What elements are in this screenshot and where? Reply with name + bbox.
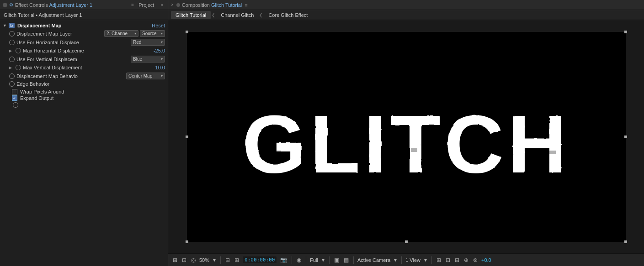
svg-rect-8 — [411, 148, 417, 152]
checkbox-wrap[interactable] — [12, 89, 17, 94]
dropdown-displacement-layer-type[interactable]: Source ▾ — [140, 30, 165, 37]
checkbox-expand[interactable]: ✓ — [12, 95, 17, 101]
project-tab[interactable]: Project — [134, 0, 159, 10]
label-displacement-map-layer: Displacement Map Layer — [16, 31, 102, 37]
camera-label: Active Camera — [357, 257, 390, 263]
stopwatch-displacement-layer[interactable] — [9, 31, 15, 37]
dd-arrow: ▾ — [134, 31, 136, 36]
label-use-horizontal: Use For Horizontal Displace — [16, 40, 129, 45]
label-edge-behavior: Edge Behavior — [16, 81, 165, 87]
stopwatch-extra[interactable] — [13, 102, 18, 108]
left-panel: ▼ fx Displacement Map Reset Displacement… — [0, 20, 168, 266]
handle-top-right[interactable] — [624, 31, 627, 33]
view-dropdown-arrow[interactable]: ▾ — [423, 256, 428, 264]
view-label: 1 View — [405, 257, 420, 263]
quality-label: Full — [310, 257, 318, 263]
dd-arrow-2: ▾ — [161, 31, 163, 36]
dropdown-use-vertical[interactable]: Blue ▾ — [131, 56, 165, 63]
right-panel-header: × Composition Glitch Tutorial ≡ — [168, 0, 644, 10]
checkbox-row-expand: ✓ Expand Output — [0, 95, 168, 101]
camera-icon[interactable]: 📷 — [279, 256, 288, 264]
handle-bottom-left[interactable] — [186, 240, 188, 243]
region-icon[interactable]: ⊞ — [234, 256, 240, 264]
tab-core-glitch[interactable]: Core Glitch Effect — [264, 11, 312, 19]
svg-rect-5 — [516, 107, 526, 110]
expand-button[interactable]: » — [159, 2, 165, 7]
effect-section: ▼ fx Displacement Map Reset Displacement… — [0, 20, 168, 110]
svg-rect-1 — [255, 105, 265, 109]
camera-dropdown-arrow[interactable]: ▾ — [393, 256, 398, 264]
stopwatch-max-vertical[interactable] — [16, 65, 21, 70]
row-triangle-maxh[interactable]: ▶ — [9, 49, 14, 53]
handle-mid-right[interactable] — [624, 136, 627, 138]
grid-icon[interactable]: ⊡ — [181, 256, 187, 264]
label-max-horizontal: Max Horizontal Displaceme — [23, 48, 152, 53]
tab-glitch-tutorial[interactable]: Glitch Tutorial — [171, 11, 211, 19]
row-use-vertical: Use For Vertical Displacem Blue ▾ — [0, 55, 168, 63]
reset-button[interactable]: Reset — [152, 23, 165, 28]
stopwatch-map-behavior[interactable] — [9, 73, 15, 79]
dropdown-displacement-layer-source[interactable]: 2. Channe ▾ — [104, 30, 138, 37]
comp-menu-icon[interactable]: ≡ — [245, 2, 247, 8]
comp-label: Composition — [182, 2, 210, 8]
dropdown-use-horizontal[interactable]: Red ▾ — [131, 39, 165, 46]
checkbox-row-wrap: Wrap Pixels Around — [0, 89, 168, 95]
separator-2 — [292, 256, 292, 264]
svg-rect-10 — [548, 151, 556, 154]
svg-rect-6 — [274, 151, 281, 155]
snap-icon[interactable]: ⊟ — [224, 256, 231, 264]
checkmark-expand: ✓ — [13, 96, 16, 100]
comp-viewer: GLITCH — [168, 20, 644, 253]
exposure-icon[interactable]: ▤ — [343, 256, 350, 264]
value-max-horizontal[interactable]: -25.0 — [154, 48, 165, 53]
row-map-behavior: Displacement Map Behavio Center Map ▾ — [0, 72, 168, 80]
panel-title: Effect Controls Adjustment Layer 1 — [15, 2, 92, 8]
toggle-d[interactable]: ⊕ — [463, 256, 469, 264]
comp-close-button[interactable]: × — [171, 2, 174, 7]
svg-rect-2 — [310, 96, 317, 101]
collapse-triangle[interactable]: ▼ — [3, 23, 7, 28]
dropdown-map-behavior[interactable]: Center Map ▾ — [126, 73, 165, 79]
mask-icon[interactable]: ◎ — [190, 256, 197, 264]
handle-bottom-right[interactable] — [624, 240, 627, 243]
timecode[interactable]: 0:00:00:00 — [243, 256, 277, 263]
right-panel: GLITCH — [168, 20, 644, 266]
render-icon[interactable]: ▣ — [333, 256, 340, 264]
toggle-e[interactable]: ⊗ — [472, 256, 479, 264]
toggle-c[interactable]: ⊟ — [454, 256, 460, 264]
label-wrap: Wrap Pixels Around — [20, 89, 64, 94]
left-panel-header: ⚙ Effect Controls Adjustment Layer 1 ≡ P… — [0, 0, 168, 10]
quality-dropdown-arrow[interactable]: ▾ — [321, 256, 325, 264]
svg-text:GLITCH: GLITCH — [242, 98, 570, 189]
svg-rect-9 — [479, 155, 488, 160]
top-bar: ⚙ Effect Controls Adjustment Layer 1 ≡ P… — [0, 0, 644, 10]
stopwatch-edge[interactable] — [9, 81, 15, 87]
label-expand: Expand Output — [20, 95, 53, 101]
zoom-fit-icon[interactable]: ⊞ — [172, 256, 178, 264]
handle-mid-left[interactable] — [186, 136, 188, 138]
separator-4 — [329, 256, 330, 264]
dd-arrow-h: ▾ — [161, 40, 163, 44]
main-content: ▼ fx Displacement Map Reset Displacement… — [0, 20, 644, 266]
svg-rect-3 — [379, 110, 390, 112]
color-icon[interactable]: ◉ — [296, 256, 302, 264]
handle-bottom-mid[interactable] — [405, 240, 408, 243]
stopwatch-max-horizontal[interactable] — [16, 48, 21, 53]
zoom-dropdown-arrow[interactable]: ▾ — [212, 256, 217, 264]
row-edge-behavior: Edge Behavior — [0, 80, 168, 89]
tab-arrow-1: ❮ — [212, 13, 215, 17]
toggle-a[interactable]: ⊞ — [436, 256, 442, 264]
separator-5 — [353, 256, 354, 264]
tab-channel-glitch[interactable]: Channel Glitch — [216, 11, 258, 19]
stopwatch-use-vertical[interactable] — [9, 57, 15, 62]
value-max-vertical[interactable]: 10.0 — [155, 65, 165, 70]
stopwatch-use-horizontal[interactable] — [9, 40, 15, 45]
comp-name: Glitch Tutorial — [211, 2, 242, 8]
handle-top-left[interactable] — [186, 31, 188, 33]
comp-tabs: Glitch Tutorial ❮ Channel Glitch ❮ Core … — [168, 10, 644, 20]
close-button[interactable] — [3, 3, 7, 7]
effect-header[interactable]: ▼ fx Displacement Map Reset — [0, 22, 168, 29]
second-row: Glitch Tutorial • Adjustment Layer 1 Gli… — [0, 10, 644, 20]
row-triangle-maxv[interactable]: ▶ — [9, 66, 14, 70]
toggle-b[interactable]: ⊡ — [445, 256, 451, 264]
